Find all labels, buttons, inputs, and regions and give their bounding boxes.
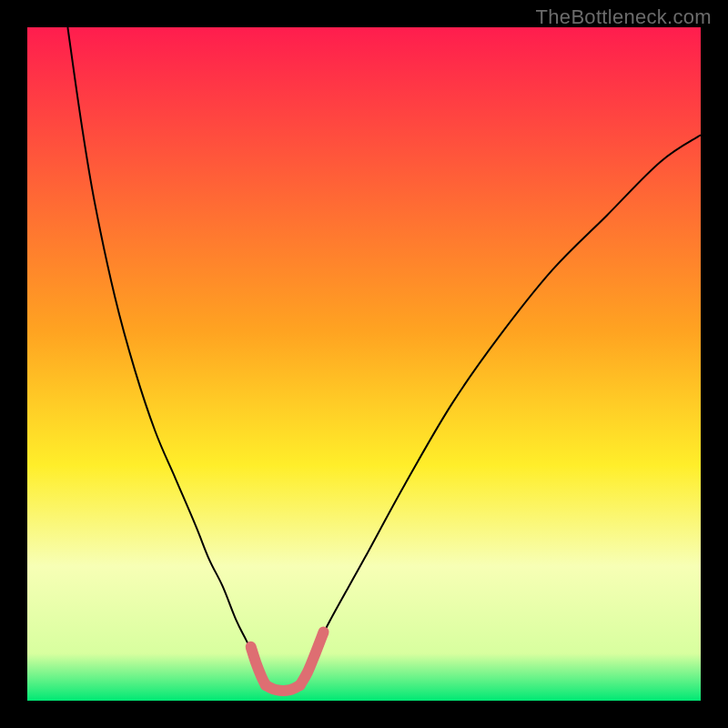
watermark-text: TheBottleneck.com (536, 5, 712, 29)
chart-frame: TheBottleneck.com (0, 0, 728, 728)
gradient-background (27, 27, 701, 701)
chart-svg (27, 27, 701, 701)
plot-area (27, 27, 701, 701)
